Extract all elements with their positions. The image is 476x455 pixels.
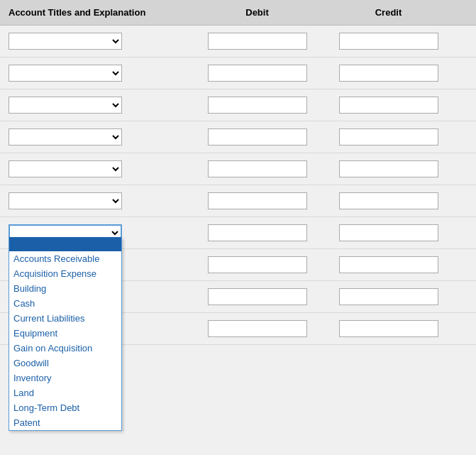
dropdown-item-land[interactable]: Land	[9, 385, 121, 400]
dropdown-item-blank[interactable]	[9, 237, 121, 251]
credit-input-10[interactable]	[339, 320, 438, 337]
cell-account-4: Accounts ReceivableAcquisition ExpenseBu…	[0, 126, 192, 148]
credit-input-9[interactable]	[339, 288, 438, 305]
table-row: Accounts ReceivableAcquisition ExpenseBu…	[0, 26, 476, 57]
dropdown-item-accounts_receivable[interactable]: Accounts Receivable	[9, 251, 121, 266]
dropdown-item-cash[interactable]: Cash	[9, 296, 121, 311]
account-select-4[interactable]: Accounts ReceivableAcquisition ExpenseBu…	[9, 128, 122, 146]
debit-input-10[interactable]	[208, 320, 307, 337]
cell-credit-8	[323, 253, 454, 276]
credit-input-1[interactable]	[339, 33, 438, 50]
cell-credit-2	[323, 62, 454, 84]
cell-account-2: Accounts ReceivableAcquisition ExpenseBu…	[0, 62, 192, 84]
cell-credit-4	[323, 126, 454, 148]
row-wrapper-1: Accounts ReceivableAcquisition ExpenseBu…	[0, 26, 476, 57]
debit-input-7[interactable]	[208, 224, 307, 241]
cell-account-3: Accounts ReceivableAcquisition ExpenseBu…	[0, 94, 192, 116]
row-wrapper-2: Accounts ReceivableAcquisition ExpenseBu…	[0, 57, 476, 89]
credit-input-8[interactable]	[339, 256, 438, 273]
cell-debit-8	[192, 253, 323, 276]
dropdown-list: Accounts ReceivableAcquisition ExpenseBu…	[9, 237, 122, 431]
row-wrapper-4: Accounts ReceivableAcquisition ExpenseBu…	[0, 121, 476, 153]
dropdown-item-equipment[interactable]: Equipment	[9, 326, 121, 341]
table-row: Accounts ReceivableAcquisition ExpenseBu…	[0, 153, 476, 185]
account-select-1[interactable]: Accounts ReceivableAcquisition ExpenseBu…	[9, 33, 122, 50]
row-wrapper-6: Accounts ReceivableAcquisition ExpenseBu…	[0, 185, 476, 217]
row-wrapper-7: Accounts ReceivableAcquisition ExpenseBu…	[0, 217, 476, 249]
credit-input-3[interactable]	[339, 97, 438, 114]
cell-debit-5	[192, 158, 323, 180]
account-select-6[interactable]: Accounts ReceivableAcquisition ExpenseBu…	[9, 192, 122, 209]
account-select-2[interactable]: Accounts ReceivableAcquisition ExpenseBu…	[9, 65, 122, 82]
col-header-account: Account Titles and Explanation	[0, 4, 192, 21]
table-row: Accounts ReceivableAcquisition ExpenseBu…	[0, 185, 476, 217]
row-wrapper-5: Accounts ReceivableAcquisition ExpenseBu…	[0, 153, 476, 185]
cell-account-5: Accounts ReceivableAcquisition ExpenseBu…	[0, 158, 192, 180]
col-header-credit: Credit	[323, 4, 454, 21]
dropdown-item-inventory[interactable]: Inventory	[9, 371, 121, 385]
table-row: Accounts ReceivableAcquisition ExpenseBu…	[0, 121, 476, 153]
dropdown-item-acquisition_expense[interactable]: Acquisition Expense	[9, 266, 121, 281]
dropdown-item-patent[interactable]: Patent	[9, 415, 121, 430]
debit-input-6[interactable]	[208, 192, 307, 209]
cell-credit-10	[323, 317, 454, 340]
debit-input-4[interactable]	[208, 128, 307, 146]
cell-account-1: Accounts ReceivableAcquisition ExpenseBu…	[0, 30, 192, 53]
journal-entry-table: Account Titles and Explanation Debit Cre…	[0, 0, 476, 345]
dropdown-item-long_term_debt[interactable]: Long-Term Debt	[9, 400, 121, 415]
credit-input-2[interactable]	[339, 65, 438, 82]
cell-credit-6	[323, 190, 454, 212]
credit-input-7[interactable]	[339, 224, 438, 241]
cell-debit-1	[192, 30, 323, 53]
cell-debit-3	[192, 94, 323, 116]
credit-input-6[interactable]	[339, 192, 438, 209]
cell-account-6: Accounts ReceivableAcquisition ExpenseBu…	[0, 190, 192, 212]
cell-credit-7	[323, 221, 454, 244]
dropdown-item-building[interactable]: Building	[9, 281, 121, 296]
debit-input-1[interactable]	[208, 33, 307, 50]
col-header-debit: Debit	[192, 4, 323, 21]
cell-credit-1	[323, 30, 454, 53]
table-row: Accounts ReceivableAcquisition ExpenseBu…	[0, 89, 476, 121]
table-header: Account Titles and Explanation Debit Cre…	[0, 0, 476, 26]
cell-debit-7	[192, 221, 323, 244]
debit-input-2[interactable]	[208, 65, 307, 82]
debit-input-9[interactable]	[208, 288, 307, 305]
credit-input-5[interactable]	[339, 160, 438, 177]
table-row: Accounts ReceivableAcquisition ExpenseBu…	[0, 57, 476, 89]
debit-input-3[interactable]	[208, 97, 307, 114]
debit-input-5[interactable]	[208, 160, 307, 177]
cell-credit-5	[323, 158, 454, 180]
credit-input-4[interactable]	[339, 128, 438, 146]
table-body: Accounts ReceivableAcquisition ExpenseBu…	[0, 26, 476, 345]
cell-debit-9	[192, 285, 323, 308]
cell-credit-9	[323, 285, 454, 308]
cell-debit-6	[192, 190, 323, 212]
cell-credit-3	[323, 94, 454, 116]
debit-input-8[interactable]	[208, 256, 307, 273]
cell-debit-10	[192, 317, 323, 340]
cell-debit-4	[192, 126, 323, 148]
row-wrapper-3: Accounts ReceivableAcquisition ExpenseBu…	[0, 89, 476, 121]
dropdown-item-gain_on_acquisition[interactable]: Gain on Acquisition	[9, 341, 121, 356]
dropdown-item-current_liabilities[interactable]: Current Liabilities	[9, 311, 121, 326]
dropdown-item-goodwill[interactable]: Goodwill	[9, 356, 121, 371]
account-select-3[interactable]: Accounts ReceivableAcquisition ExpenseBu…	[9, 97, 122, 114]
cell-debit-2	[192, 62, 323, 84]
account-select-5[interactable]: Accounts ReceivableAcquisition ExpenseBu…	[9, 160, 122, 177]
